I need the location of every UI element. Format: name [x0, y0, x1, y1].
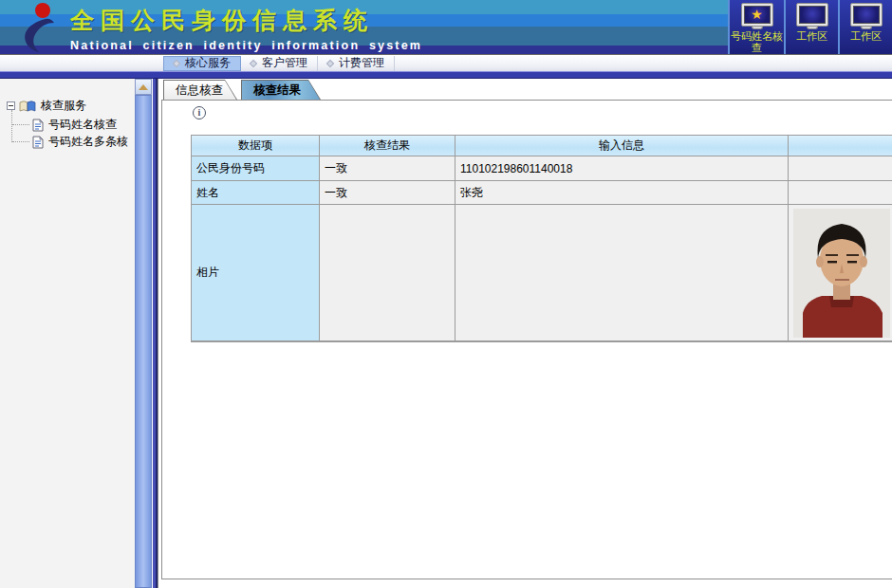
sidebar-scrollbar[interactable]: [135, 79, 152, 588]
menu-item-core-services[interactable]: 核心服务: [163, 56, 241, 71]
shortcut-label: 工作区: [786, 30, 839, 42]
column-header: 数据项: [192, 136, 320, 156]
table-row-id-number-input: 110102198601140018: [455, 156, 789, 181]
menu-item-customer-mgmt[interactable]: 客户管理: [241, 56, 318, 71]
table-row-photo-result: [320, 205, 455, 341]
table-row-name-input: 张尧: [455, 181, 789, 205]
scrollbar-thumb[interactable]: [135, 95, 152, 588]
info-icon: i: [193, 106, 206, 119]
monitor-icon: [850, 3, 883, 27]
table-row-photo-input: [455, 205, 789, 341]
header-shortcuts: ★ 号码姓名核查 工作区 工作区: [728, 0, 892, 54]
table-row-id-number-result: 一致: [320, 156, 455, 181]
table-row-name-extra: [789, 181, 892, 205]
table-row-photo-extra: [789, 205, 892, 341]
check-result-table: 数据项 核查结果 输入信息 公民身份号码 一致 1101021986011400…: [191, 135, 892, 342]
book-icon: [19, 100, 36, 113]
shortcut-workspace-1[interactable]: 工作区: [784, 0, 838, 54]
result-tabbar: 信息核查 核查结果: [163, 80, 325, 100]
main-panel: 信息核查 核查结果 i 数据项 核查结果 输入信息 公民身份号码 一致 1101…: [159, 79, 892, 588]
diamond-icon: [250, 59, 257, 66]
tree-item-number-name-check[interactable]: 号码姓名核查: [32, 117, 117, 133]
diamond-icon: [326, 59, 334, 66]
document-icon: [32, 136, 44, 149]
title-block: 全国公民身份信息系统 National citizen identity inf…: [70, 5, 422, 52]
table-row-id-number-extra: [789, 156, 892, 181]
portrait-photo: [793, 209, 890, 338]
app-window: 全国公民身份信息系统 National citizen identity inf…: [0, 0, 892, 588]
app-subtitle: National citizen identity information sy…: [70, 39, 422, 52]
menu-bar: 核心服务 客户管理 计费管理: [0, 54, 892, 71]
table-row-id-number-label: 公民身份号码: [192, 156, 320, 181]
shortcut-label: 号码姓名核查: [731, 30, 784, 53]
tree-connector: [12, 141, 29, 142]
monitor-icon: [796, 3, 828, 27]
app-title: 全国公民身份信息系统: [70, 5, 422, 36]
app-header: 全国公民身份信息系统 National citizen identity inf…: [0, 0, 892, 54]
table-row-photo-label: 相片: [192, 205, 320, 341]
scroll-up-button[interactable]: [135, 79, 152, 95]
tree-connector: [12, 124, 29, 125]
shortcut-number-name-check[interactable]: ★ 号码姓名核查: [730, 0, 784, 54]
collapse-minus-icon[interactable]: [7, 101, 15, 110]
diamond-icon: [173, 59, 180, 66]
table-row-name-result: 一致: [320, 181, 455, 205]
shortcut-workspace-2[interactable]: 工作区: [838, 0, 892, 54]
column-header: 核查结果: [320, 136, 455, 156]
monitor-star-icon: ★: [741, 3, 773, 27]
app-logo: [13, 2, 63, 53]
menu-item-billing-mgmt[interactable]: 计费管理: [318, 56, 395, 71]
tree-node-check-services[interactable]: 核查服务: [7, 98, 86, 114]
separator-bar: [0, 71, 892, 79]
document-icon: [32, 119, 44, 132]
column-header: 输入信息: [455, 136, 789, 156]
up-arrow-icon: [139, 84, 148, 90]
column-header: [789, 136, 892, 156]
tree-item-number-name-multi-check[interactable]: 号码姓名多条核: [32, 134, 128, 150]
tree-connector: [11, 110, 12, 142]
splitter-divider[interactable]: [152, 79, 159, 588]
tab-info-check[interactable]: 信息核查: [163, 80, 237, 100]
shortcut-label: 工作区: [840, 30, 892, 42]
sidebar-tree: 核查服务 号码姓名核查 号码姓名多条核: [0, 79, 135, 588]
tab-check-result[interactable]: 核查结果: [241, 80, 321, 100]
table-row-name-label: 姓名: [192, 181, 320, 205]
